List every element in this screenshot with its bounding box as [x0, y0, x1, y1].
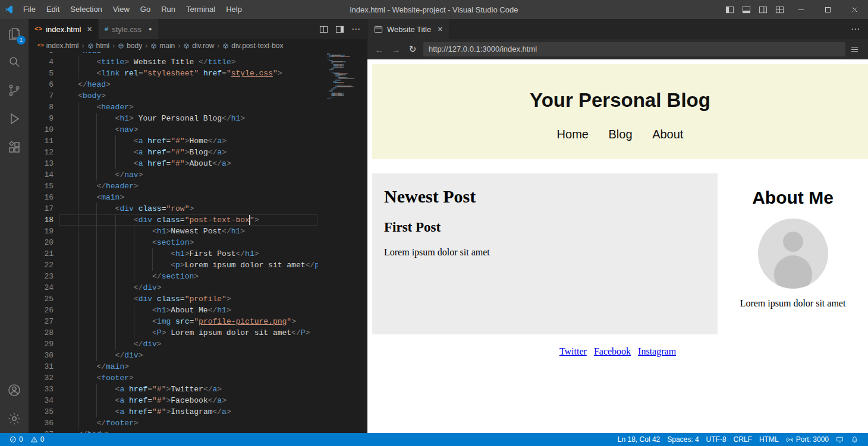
toggle-panel-icon[interactable]	[738, 0, 754, 19]
error-circle-icon	[10, 436, 17, 443]
back-icon[interactable]: ←	[373, 45, 385, 55]
code-line[interactable]: 11 <a href="#">Home</a>	[29, 135, 367, 147]
code-line[interactable]: 33 <a href="#">Twitter</a>	[29, 384, 367, 395]
source-control-icon[interactable]	[0, 76, 29, 105]
menu-view[interactable]: View	[108, 0, 135, 19]
toggle-layout-icon[interactable]	[335, 25, 344, 34]
code-line[interactable]: 3 <head>	[29, 52, 367, 56]
code-line[interactable]: 37 </body>	[29, 429, 367, 433]
breadcrumb-html[interactable]: html	[87, 42, 110, 50]
nav-link-home[interactable]: Home	[557, 128, 589, 141]
code-line[interactable]: 23 </section>	[29, 271, 367, 282]
more-actions-icon[interactable]: ⋯	[351, 24, 361, 34]
toggle-secondary-sidebar-icon[interactable]	[754, 0, 771, 19]
search-icon[interactable]	[0, 48, 29, 76]
footer-link-facebook[interactable]: Facebook	[594, 346, 631, 356]
code-line[interactable]: 26 <h1>About Me</h1>	[29, 305, 367, 316]
tab-index-html[interactable]: <> index.html ×	[29, 19, 99, 39]
split-editor-icon[interactable]	[319, 25, 328, 34]
code-line[interactable]: 5 <link rel="stylesheet" href="style.css…	[29, 68, 367, 79]
nav-link-about[interactable]: About	[652, 128, 683, 141]
forward-icon[interactable]: →	[390, 45, 402, 55]
close-tab-icon[interactable]: ×	[87, 24, 92, 34]
menu-file[interactable]: File	[18, 0, 41, 19]
hamburger-menu-icon[interactable]	[850, 45, 862, 54]
line-number: 16	[29, 192, 59, 203]
reload-icon[interactable]: ↻	[407, 44, 419, 55]
live-server-port[interactable]: Port: 3000	[782, 435, 832, 444]
indentation[interactable]: Spaces: 4	[663, 435, 702, 444]
tab-website-title[interactable]: Website Title ×	[367, 19, 449, 39]
nav-link-blog[interactable]: Blog	[609, 128, 633, 141]
breadcrumb-div-row[interactable]: div.row	[183, 42, 214, 50]
url-input[interactable]: http://127.0.0.1:3000/index.html	[423, 42, 845, 56]
close-window-button[interactable]	[841, 0, 868, 19]
code-line[interactable]: 21 <h1>First Post</h1>	[29, 248, 367, 260]
close-tab-icon[interactable]: ×	[438, 24, 442, 34]
code-line[interactable]: 10 <nav>	[29, 124, 367, 135]
menu-run[interactable]: Run	[156, 0, 181, 19]
breadcrumb-body[interactable]: body	[118, 42, 142, 50]
editor-scrollbar[interactable]	[359, 52, 367, 433]
code-line[interactable]: 16 <main>	[29, 192, 367, 203]
code-line[interactable]: 34 <a href="#">Facebook</a>	[29, 395, 367, 406]
code-line[interactable]: 32 <footer>	[29, 372, 367, 384]
code-line[interactable]: 4 <title> Website Title </title>	[29, 56, 367, 68]
code-line[interactable]: 22 <p>Lorem ipsum dolor sit amet</p>	[29, 260, 367, 271]
tab-style-css[interactable]: # style.css ●	[99, 19, 159, 39]
problems-warnings[interactable]: 0	[27, 435, 48, 444]
code-line[interactable]: 20 <section>	[29, 237, 367, 248]
code-line[interactable]: 18 <div class="post-text-box">	[29, 214, 367, 226]
code-lines[interactable]: 3 <head>4 <title> Website Title </title>…	[29, 52, 367, 433]
footer-link-instagram[interactable]: Instagram	[638, 346, 676, 356]
code-line[interactable]: 29 </div>	[29, 339, 367, 350]
cursor-position[interactable]: Ln 18, Col 42	[614, 435, 663, 444]
menu-terminal[interactable]: Terminal	[181, 0, 221, 19]
code-line[interactable]: 14 </nav>	[29, 169, 367, 181]
settings-gear-icon[interactable]	[0, 404, 29, 433]
code-line[interactable]: 28 <P> Lorem ipsum dolor sit amet</P>	[29, 327, 367, 339]
code-line[interactable]: 6 </head>	[29, 79, 367, 90]
code-line[interactable]: 8 <header>	[29, 102, 367, 113]
minimap[interactable]	[323, 52, 359, 433]
code-line[interactable]: 19 <h1>Newest Post</h1>	[29, 226, 367, 237]
footer-link-twitter[interactable]: Twitter	[559, 346, 587, 356]
extensions-icon[interactable]	[0, 133, 29, 162]
code-line[interactable]: 9 <h1> Your Personal Blog</h1>	[29, 113, 367, 124]
code-line[interactable]: 31 </main>	[29, 361, 367, 372]
toggle-primary-sidebar-icon[interactable]	[721, 0, 738, 19]
code-line[interactable]: 24 </div>	[29, 282, 367, 293]
code-line[interactable]: 27 <img src="profile-picture.png">	[29, 316, 367, 327]
screen-icon[interactable]	[832, 436, 847, 443]
menu-go[interactable]: Go	[135, 0, 156, 19]
code-editor[interactable]: 3 <head>4 <title> Website Title </title>…	[29, 52, 367, 433]
encoding[interactable]: UTF-8	[703, 435, 730, 444]
eol-sequence[interactable]: CRLF	[730, 435, 756, 444]
minimize-button[interactable]	[788, 0, 814, 19]
menu-selection[interactable]: Selection	[65, 0, 107, 19]
problems-errors[interactable]: 0	[6, 435, 27, 444]
code-line[interactable]: 25 <div class="profile">	[29, 293, 367, 305]
more-actions-icon[interactable]: ⋯	[851, 19, 868, 39]
code-line[interactable]: 36 </footer>	[29, 417, 367, 429]
explorer-icon[interactable]: 1	[0, 19, 29, 48]
maximize-button[interactable]	[814, 0, 841, 19]
code-line[interactable]: 13 <a href="#">About</a>	[29, 158, 367, 169]
breadcrumb-file[interactable]: <>index.html	[37, 42, 79, 50]
code-line[interactable]: 15 </header>	[29, 181, 367, 192]
breadcrumb-div-post-text-box[interactable]: div.post-text-box	[222, 42, 283, 50]
code-line[interactable]: 30 </div>	[29, 350, 367, 361]
breadcrumb-main[interactable]: main	[150, 42, 175, 50]
menu-edit[interactable]: Edit	[41, 0, 65, 19]
menu-help[interactable]: Help	[221, 0, 247, 19]
code-line[interactable]: 35 <a href="#">Instagram</a>	[29, 406, 367, 417]
account-icon[interactable]	[0, 376, 29, 404]
code-line[interactable]: 12 <a href="#">Blog</a>	[29, 147, 367, 158]
code-line[interactable]: 7 <body>	[29, 90, 367, 102]
run-debug-icon[interactable]	[0, 105, 29, 133]
customize-layout-icon[interactable]	[771, 0, 788, 19]
notifications-bell-icon[interactable]	[847, 436, 862, 444]
language-mode[interactable]: HTML	[756, 435, 782, 444]
code-line[interactable]: 17 <div class="row">	[29, 203, 367, 214]
modified-dot-icon[interactable]: ●	[149, 26, 152, 32]
